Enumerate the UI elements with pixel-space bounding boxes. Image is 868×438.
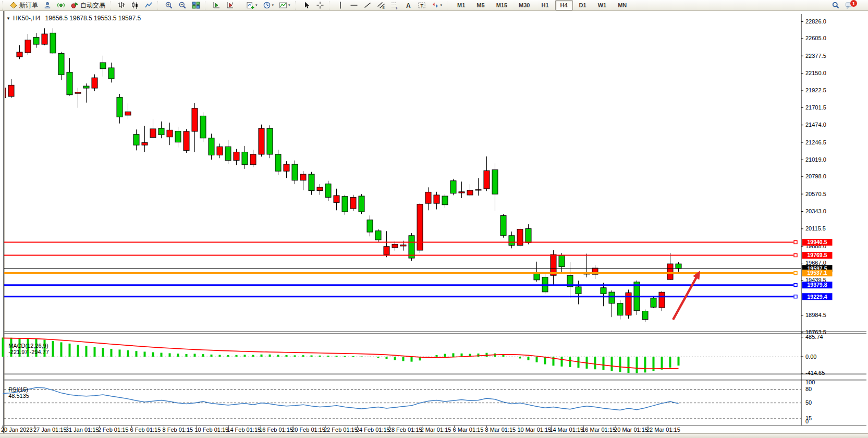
zoom-out-button[interactable] bbox=[176, 0, 189, 10]
time-tick-label[interactable]: 28 Feb 01:15 bbox=[388, 427, 422, 433]
bull-candle bbox=[17, 52, 22, 57]
vertical-line-button[interactable] bbox=[334, 0, 347, 10]
time-tick-label[interactable]: 16 Feb 01:15 bbox=[259, 427, 293, 433]
zoom-out-icon bbox=[178, 1, 187, 9]
bull-candle bbox=[217, 147, 223, 155]
notifications-button[interactable]: 1 bbox=[843, 0, 863, 10]
time-tick-label[interactable]: 14 Mar 01:15 bbox=[549, 427, 583, 433]
bear-candle bbox=[559, 256, 565, 267]
chevron-down-icon: ▾ bbox=[272, 3, 274, 7]
time-tick-label[interactable]: 24 Feb 01:15 bbox=[356, 427, 390, 433]
rsi-tick-label: 0 bbox=[805, 418, 809, 424]
tile-windows-button[interactable] bbox=[190, 0, 202, 10]
time-tick-label[interactable]: 6 Mar 01:15 bbox=[453, 427, 484, 433]
chart-shift-button[interactable] bbox=[224, 0, 236, 10]
time-tick-label[interactable]: 20 Mar 01:15 bbox=[614, 427, 648, 433]
text-label-button[interactable]: T bbox=[415, 0, 428, 10]
time-tick-label[interactable]: 2 Mar 01:15 bbox=[421, 427, 451, 433]
horizontal-line-icon bbox=[350, 1, 358, 9]
arrows-button[interactable]: ▾ bbox=[429, 0, 445, 10]
time-tick-label[interactable]: 8 Mar 01:15 bbox=[485, 427, 516, 433]
search-button[interactable] bbox=[829, 0, 842, 10]
line-endpoint-handle[interactable] bbox=[794, 295, 797, 298]
timeframe-H4-button[interactable]: H4 bbox=[555, 0, 573, 10]
price-tick-label: 21922.5 bbox=[805, 87, 826, 93]
timeframe-H1-button[interactable]: H1 bbox=[536, 0, 554, 10]
bull-candle bbox=[384, 247, 389, 255]
bull-candle bbox=[75, 92, 81, 93]
rsi-name: RSI(15) bbox=[8, 386, 28, 393]
bull-candle bbox=[142, 142, 148, 145]
crosshair-button[interactable] bbox=[314, 0, 326, 10]
chevron-down-icon: ▾ bbox=[255, 3, 258, 7]
time-tick-label[interactable]: 8 Feb 01:15 bbox=[163, 427, 193, 433]
arrows-icon bbox=[431, 1, 439, 9]
price-line-badge-value: 19537.1 bbox=[808, 270, 827, 276]
bear-candle bbox=[609, 292, 615, 303]
trendline-icon bbox=[363, 1, 372, 9]
line-chart-icon bbox=[144, 1, 153, 9]
time-tick-label[interactable]: 10 Mar 01:15 bbox=[517, 427, 551, 433]
indicators-icon bbox=[279, 1, 287, 9]
price-tick-label: 21701.5 bbox=[805, 104, 826, 111]
time-tick-label[interactable]: 6 Feb 01:15 bbox=[130, 427, 161, 433]
bull-candle bbox=[125, 112, 131, 115]
trendline-button[interactable] bbox=[361, 0, 374, 10]
candlestick-chart-button[interactable] bbox=[129, 0, 141, 10]
auto-scroll-button[interactable] bbox=[210, 0, 223, 10]
timeframe-M15-button[interactable]: M15 bbox=[491, 0, 512, 10]
price-tick-label: 20115.5 bbox=[805, 225, 826, 232]
time-tick-label[interactable]: 10 Feb 01:15 bbox=[194, 427, 228, 433]
time-tick-label[interactable]: 27 Jan 01:15 bbox=[33, 427, 67, 433]
chevron-down-icon: ▾ bbox=[441, 3, 443, 7]
line-endpoint-handle[interactable] bbox=[794, 284, 797, 287]
broadcast-icon bbox=[57, 1, 65, 9]
timeframe-M1-button[interactable]: M1 bbox=[452, 0, 470, 10]
timeframe-MN-button[interactable]: MN bbox=[613, 0, 632, 10]
time-tick-label[interactable]: 20 Feb 01:15 bbox=[291, 427, 325, 433]
chart-title: ▼ HK50-,H4 19656.5 19678.5 19553.5 19597… bbox=[6, 15, 141, 22]
ohlc-values-label: 19656.5 19678.5 19553.5 19597.5 bbox=[45, 15, 141, 22]
channel-button[interactable]: E bbox=[375, 0, 387, 10]
time-tick-label[interactable]: 14 Feb 01:15 bbox=[227, 427, 261, 433]
timeframe-M30-button[interactable]: M30 bbox=[514, 0, 535, 10]
fibonacci-button[interactable]: F bbox=[388, 0, 401, 10]
line-endpoint-handle[interactable] bbox=[794, 272, 797, 275]
bar-chart-button[interactable] bbox=[115, 0, 128, 10]
time-tick-label[interactable]: 20 Jan 2023 bbox=[1, 427, 33, 433]
timeframe-label: D1 bbox=[576, 2, 590, 8]
rsi-tick-label: 80 bbox=[805, 386, 812, 392]
toolbar-button-label: 新订单 bbox=[19, 1, 38, 10]
chart-collapse-icon[interactable]: ▼ bbox=[6, 16, 10, 21]
new-order-button[interactable]: 新订单 bbox=[7, 0, 40, 10]
indicators-button[interactable]: ▾ bbox=[277, 0, 292, 10]
new-chart-button[interactable]: ▾ bbox=[244, 0, 260, 10]
timeframe-M5-button[interactable]: M5 bbox=[471, 0, 490, 10]
price-tick-label: 20798.0 bbox=[805, 173, 826, 179]
zoom-in-button[interactable] bbox=[163, 0, 175, 10]
text-button[interactable]: A bbox=[402, 0, 414, 10]
line-endpoint-handle[interactable] bbox=[794, 240, 797, 244]
zoom-in-icon bbox=[165, 1, 173, 9]
period-button[interactable]: ▾ bbox=[261, 0, 276, 10]
auto-scroll-icon bbox=[212, 1, 221, 9]
time-tick-label[interactable]: 2 Feb 01:15 bbox=[98, 427, 129, 433]
metaeditor-button[interactable] bbox=[41, 0, 54, 10]
time-tick-label[interactable]: 22 Feb 01:15 bbox=[324, 427, 358, 433]
bull-candle bbox=[250, 154, 256, 165]
time-tick-label[interactable]: 16 Mar 01:15 bbox=[582, 427, 616, 433]
cursor-button[interactable] bbox=[300, 0, 313, 10]
line-chart-button[interactable] bbox=[142, 0, 155, 10]
market-depth-button[interactable] bbox=[55, 0, 67, 10]
bear-candle bbox=[292, 164, 298, 180]
timeframe-D1-button[interactable]: D1 bbox=[574, 0, 592, 10]
bear-candle bbox=[601, 288, 606, 294]
line-endpoint-handle[interactable] bbox=[794, 254, 797, 257]
timeframe-W1-button[interactable]: W1 bbox=[593, 0, 612, 10]
time-tick-label[interactable]: 22 Mar 01:15 bbox=[646, 427, 680, 433]
chart-canvas[interactable]: 22826.022605.022377.522150.021922.521701… bbox=[0, 0, 868, 438]
autotrading-button[interactable]: 自动交易 bbox=[68, 0, 107, 10]
horizontal-line-button[interactable] bbox=[348, 0, 360, 10]
bear-candle bbox=[67, 72, 72, 94]
time-tick-label[interactable]: 31 Jan 01:15 bbox=[66, 427, 99, 433]
